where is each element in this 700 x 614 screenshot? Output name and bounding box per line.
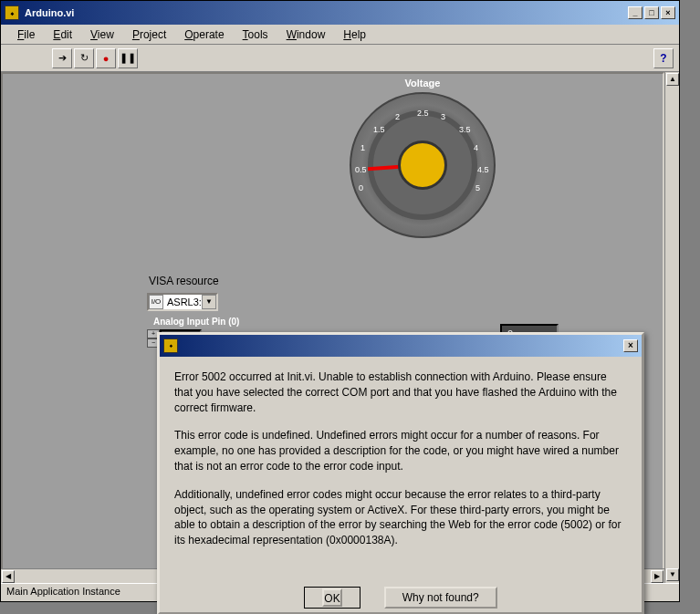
- scroll-right-icon[interactable]: ▶: [651, 570, 663, 583]
- gauge-tick: 4.5: [477, 165, 489, 174]
- gauge-tick: 1.5: [373, 125, 385, 134]
- menubar: File Edit View Project Operate Tools Win…: [1, 25, 679, 45]
- gauge-tick: 4: [474, 143, 478, 152]
- gauge-tick: 0: [359, 183, 363, 193]
- labview-icon: ⬥: [5, 5, 19, 20]
- gauge-dial[interactable]: 0 0.5 1 1.5 2 2.5 3 3.5 4 4.5 5: [350, 92, 496, 238]
- gauge-hub: [398, 140, 447, 190]
- gauge-tick: 3.5: [459, 125, 471, 134]
- abort-button[interactable]: ●: [96, 48, 116, 68]
- dialog-titlebar: ⬥ ×: [160, 335, 642, 357]
- gauge-tick: 2: [395, 112, 400, 121]
- ok-button[interactable]: OK: [304, 587, 360, 609]
- menu-edit[interactable]: Edit: [44, 26, 81, 43]
- dialog-buttons: OK Why not found?: [160, 587, 642, 609]
- gauge-tick: 2.5: [417, 109, 429, 118]
- maximize-button[interactable]: □: [644, 6, 659, 19]
- dropdown-icon[interactable]: ▼: [202, 295, 216, 309]
- menu-project[interactable]: Project: [123, 26, 175, 43]
- gauge-title: Voltage: [340, 78, 505, 88]
- scroll-up-icon[interactable]: ▲: [666, 73, 679, 86]
- context-help-button[interactable]: ?: [653, 48, 674, 68]
- visa-resource-label: VISA resource: [149, 275, 219, 287]
- gauge-tick: 5: [475, 183, 480, 193]
- why-not-found-button[interactable]: Why not found?: [384, 587, 497, 609]
- error-paragraph-1: Error 5002 occurred at Init.vi. Unable t…: [174, 369, 627, 415]
- titlebar: ⬥ Arduino.vi _ □ ×: [1, 1, 679, 25]
- minimize-button[interactable]: _: [628, 6, 643, 19]
- run-continuous-button[interactable]: ↻: [74, 48, 94, 68]
- status-text: Main Application Instance: [6, 586, 120, 597]
- vertical-scrollbar[interactable]: ▲ ▼: [664, 72, 679, 583]
- menu-window[interactable]: Window: [277, 26, 335, 43]
- window-title: Arduino.vi: [25, 7, 74, 18]
- error-paragraph-3: Additionally, undefined error codes migh…: [174, 487, 627, 548]
- scroll-left-icon[interactable]: ◀: [2, 570, 15, 583]
- error-dialog: ⬥ × Error 5002 occurred at Init.vi. Unab…: [157, 332, 644, 614]
- visa-resource-value[interactable]: ASRL3:: [163, 297, 202, 307]
- dialog-body: Error 5002 occurred at Init.vi. Unable t…: [160, 357, 642, 574]
- voltage-gauge: Voltage 0 0.5 1 1.5 2 2.5 3 3.5 4 4.5 5: [340, 78, 505, 238]
- visa-resource-control[interactable]: I/O ASRL3: ▼: [147, 293, 218, 311]
- run-button[interactable]: ➔: [52, 48, 72, 68]
- menu-view[interactable]: View: [81, 26, 123, 43]
- menu-file[interactable]: File: [8, 26, 44, 43]
- toolbar: ➔ ↻ ● ❚❚ ?: [1, 45, 679, 72]
- labview-icon: ⬥: [163, 338, 178, 353]
- menu-help[interactable]: Help: [334, 26, 375, 43]
- close-button[interactable]: ×: [661, 6, 675, 19]
- scroll-down-icon[interactable]: ▼: [666, 568, 679, 581]
- io-icon: I/O: [149, 295, 163, 309]
- gauge-tick: 1: [360, 143, 365, 152]
- analog-pin-label: Analog Input Pin (0): [153, 317, 239, 327]
- menu-tools[interactable]: Tools: [234, 26, 277, 43]
- gauge-tick: 0.5: [355, 165, 367, 174]
- error-paragraph-2: This error code is undefined. Undefined …: [174, 428, 627, 474]
- dialog-close-button[interactable]: ×: [623, 339, 638, 352]
- pause-button[interactable]: ❚❚: [118, 48, 138, 68]
- gauge-tick: 3: [441, 112, 445, 121]
- menu-operate[interactable]: Operate: [175, 26, 233, 43]
